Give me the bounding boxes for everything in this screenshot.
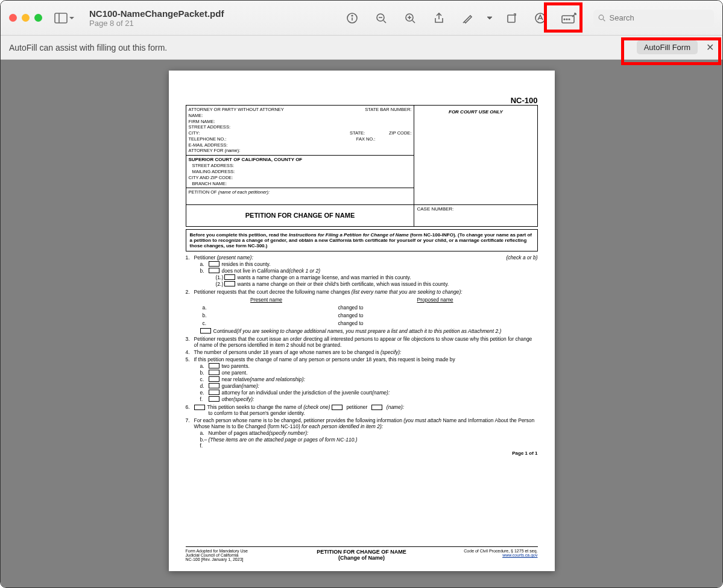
autofill-banner: AutoFill can assist with filling out thi…	[1, 36, 722, 60]
lbl-attfor: ATTORNEY FOR (name):	[189, 148, 412, 154]
lbl-zip: ZIP CODE:	[389, 130, 411, 136]
info-button[interactable]	[338, 7, 367, 29]
instructions-box: Before you complete this petition, read …	[186, 229, 538, 251]
checkbox-5c[interactable]	[209, 376, 219, 382]
court-title: SUPERIOR COURT OF CALIFORNIA, COUNTY OF	[189, 157, 412, 163]
lbl-state: STATE:	[350, 130, 365, 136]
zoom-out-button[interactable]	[367, 7, 396, 29]
checkbox-2cont[interactable]	[200, 328, 211, 334]
window-controls	[9, 14, 42, 22]
search-field[interactable]	[593, 10, 714, 27]
svg-point-18	[599, 14, 604, 19]
lbl-statebar: STATE BAR NUMBER:	[365, 107, 411, 113]
autofill-message: AutoFill can assist with filling out thi…	[9, 43, 167, 52]
checkbox-5d[interactable]	[209, 383, 219, 388]
form-items: 1. Petitioner (present name):(check a or…	[186, 254, 538, 449]
lbl-name: NAME:	[189, 113, 412, 119]
lbl-tel: TELEPHONE NO.:	[189, 136, 227, 142]
lbl-ccityzip: CITY AND ZIP CODE:	[189, 175, 412, 181]
lbl-street: STREET ADDRESS:	[189, 124, 412, 130]
search-input[interactable]	[610, 13, 709, 22]
markup-button[interactable]	[526, 7, 555, 29]
page-number: Page 1 of 1	[186, 450, 538, 456]
highlight-dropdown-button[interactable]	[482, 7, 497, 29]
rotate-button[interactable]	[497, 7, 526, 29]
checkbox-1b2[interactable]	[224, 281, 235, 286]
autofill-form-button[interactable]: AutoFill Form	[637, 40, 698, 54]
lbl-petitionof: PETITION OF (name of each petitioner):	[189, 189, 270, 195]
document-title: NC100-NameChangePacket.pdf Page 8 of 21	[89, 8, 258, 28]
lbl-caseno: CASE NUMBER:	[414, 205, 537, 213]
checkbox-1b1[interactable]	[224, 274, 235, 280]
zoom-in-button[interactable]	[396, 7, 425, 29]
svg-rect-0	[55, 13, 67, 23]
checkbox-5a[interactable]	[209, 363, 219, 368]
svg-line-9	[412, 21, 415, 23]
lbl-cmail: MAILING ADDRESS:	[192, 169, 412, 175]
minimize-window-button[interactable]	[22, 14, 30, 22]
document-viewport[interactable]: NC-100 ATTORNEY OR PARTY WITHOUT ATTORNE…	[1, 60, 722, 588]
lbl-attorney: ATTORNEY OR PARTY WITHOUT ATTORNEY	[189, 107, 284, 113]
form-fill-button[interactable]	[555, 7, 584, 29]
svg-point-15	[564, 19, 565, 20]
highlight-button[interactable]	[453, 7, 482, 29]
svg-line-19	[603, 19, 605, 21]
close-banner-button[interactable]: ✕	[706, 42, 714, 53]
close-window-button[interactable]	[9, 14, 17, 22]
svg-point-4	[352, 15, 353, 16]
sidebar-toggle-button[interactable]	[54, 13, 75, 24]
checkbox-1b[interactable]	[209, 268, 219, 273]
checkbox-6[interactable]	[194, 405, 205, 410]
lbl-cstreet: STREET ADDRESS:	[192, 163, 412, 169]
svg-rect-12	[508, 15, 515, 22]
lbl-city: CITY:	[189, 130, 200, 136]
svg-point-17	[569, 19, 570, 20]
pdf-page: NC-100 ATTORNEY OR PARTY WITHOUT ATTORNE…	[169, 71, 555, 571]
checkbox-5f[interactable]	[209, 396, 219, 402]
lbl-email: E-MAIL ADDRESS:	[189, 142, 412, 148]
share-button[interactable]	[425, 7, 453, 29]
form-code: NC-100	[186, 96, 538, 105]
lbl-cbranch: BRANCH NAME:	[192, 181, 412, 187]
petition-title: PETITION FOR CHANGE OF NAME	[186, 205, 414, 226]
checkbox-5e[interactable]	[209, 390, 219, 395]
checkbox-6pet[interactable]	[332, 405, 343, 410]
lbl-firm: FIRM NAME:	[189, 119, 412, 125]
form-footer: Form Adopted for Mandatory UseJudicial C…	[186, 546, 538, 561]
checkbox-5b[interactable]	[209, 370, 219, 375]
checkbox-1a[interactable]	[209, 261, 219, 267]
filename-label: NC100-NameChangePacket.pdf	[89, 8, 258, 19]
page-status-label: Page 8 of 21	[89, 19, 258, 28]
svg-point-16	[566, 19, 567, 20]
lbl-fax: FAX NO.:	[356, 136, 376, 142]
titlebar: NC100-NameChangePacket.pdf Page 8 of 21	[1, 1, 722, 36]
checkbox-6name[interactable]	[371, 405, 382, 410]
fullscreen-window-button[interactable]	[34, 14, 42, 22]
court-use-label: FOR COURT USE ONLY	[414, 106, 537, 115]
svg-line-6	[384, 21, 386, 23]
